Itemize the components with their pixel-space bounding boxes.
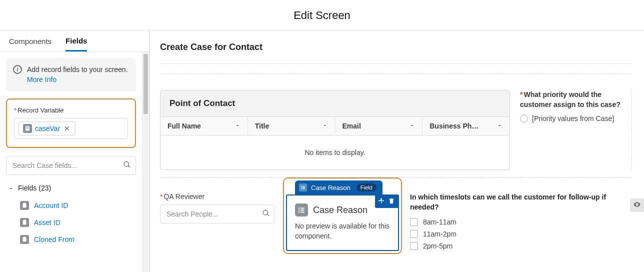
priority-option[interactable]: [Priority values from Case] (520, 114, 632, 122)
list-icon (299, 184, 307, 192)
list-icon (295, 204, 308, 216)
svg-rect-10 (302, 186, 305, 186)
scroll-thumb[interactable] (144, 54, 148, 114)
svg-rect-19 (298, 212, 300, 212)
component-tab: Case Reason Field (295, 180, 382, 194)
svg-rect-16 (300, 208, 304, 208)
timeslot-label: 11am-2pm (423, 230, 456, 238)
column-label: Full Name (168, 122, 201, 130)
fields-group-label: Fields (23) (18, 184, 51, 192)
svg-rect-9 (301, 186, 302, 186)
svg-rect-12 (302, 188, 305, 188)
sidebar-scrollbar[interactable] (142, 52, 149, 272)
required-star: * (520, 90, 522, 98)
component-message: No preview is available for this compone… (295, 222, 390, 241)
timeslot-option-2[interactable]: 11am-2pm (410, 230, 632, 238)
fields-group-toggle[interactable]: Fields (23) (8, 184, 134, 192)
page-header: Edit Screen (0, 0, 644, 31)
clipboard-icon (20, 218, 29, 227)
tab-fields[interactable]: Fields (66, 32, 87, 52)
svg-rect-11 (301, 188, 302, 188)
poc-column-headers: Full Name Title Email Business Ph… (160, 117, 510, 136)
chevron-down-icon (496, 122, 502, 130)
component-title: Case Reason (313, 205, 368, 216)
field-item-cloned-from[interactable]: Cloned From (18, 231, 136, 248)
column-label: Email (342, 122, 361, 130)
field-list: Account ID Asset ID Cloned From (6, 197, 136, 248)
chevron-down-icon (8, 185, 14, 191)
checkbox-icon (410, 242, 418, 250)
move-icon[interactable] (378, 198, 385, 206)
timeslot-label: 2pm-5pm (423, 242, 452, 250)
record-icon (23, 124, 32, 133)
search-icon (123, 161, 131, 170)
record-variable-pill: caseVar ✕ (18, 122, 76, 136)
svg-rect-4 (24, 203, 26, 204)
info-icon: i (13, 65, 22, 74)
info-message: Add record fields to your screen. (27, 66, 128, 74)
left-sidebar: Components Fields i Add record fields to… (0, 31, 150, 272)
record-variable-label-text: Record Variable (18, 106, 64, 114)
radio-icon (520, 114, 528, 122)
required-star: * (160, 192, 162, 200)
search-fields-input[interactable] (6, 156, 136, 175)
info-text: Add record fields to your screen. More I… (27, 65, 129, 84)
field-label: Cloned From (34, 236, 74, 244)
column-label: Business Ph… (430, 122, 478, 130)
required-star: * (14, 106, 16, 114)
svg-rect-6 (24, 220, 26, 221)
field-item-asset-id[interactable]: Asset ID (18, 214, 136, 231)
qa-reviewer-input[interactable] (160, 204, 275, 224)
svg-rect-2 (26, 128, 29, 129)
timeslot-option-1[interactable]: 8am-11am (410, 218, 632, 226)
remove-pill-icon[interactable]: ✕ (63, 124, 71, 132)
sidebar-tabs: Components Fields (0, 31, 149, 52)
clipboard-icon (20, 235, 29, 244)
priority-question-text: What priority would the customer assign … (520, 90, 620, 108)
column-label: Title (255, 122, 270, 130)
timeslot-label: 8am-11am (423, 218, 456, 226)
column-full-name[interactable]: Full Name (160, 117, 248, 135)
svg-rect-7 (23, 238, 26, 242)
timeslot-option-3[interactable]: 2pm-5pm (410, 242, 632, 250)
column-title[interactable]: Title (248, 117, 336, 135)
visibility-icon[interactable] (630, 198, 644, 212)
point-of-contact-table: Point of Contact Full Name Title Email B… (160, 90, 510, 170)
record-variable-value: caseVar (35, 124, 60, 132)
field-label: Account ID (34, 202, 68, 210)
field-item-account-id[interactable]: Account ID (18, 197, 136, 214)
trash-icon[interactable] (388, 198, 395, 206)
component-tab-badge: Field (356, 184, 376, 192)
field-label: Asset ID (34, 218, 60, 226)
svg-rect-18 (300, 210, 304, 210)
record-variable-box: *Record Variable caseVar ✕ (6, 98, 136, 148)
tab-components[interactable]: Components (9, 32, 52, 50)
record-variable-input[interactable]: caseVar ✕ (14, 118, 128, 139)
search-icon (262, 210, 270, 219)
svg-rect-15 (298, 208, 300, 208)
chevron-down-icon (322, 122, 328, 130)
poc-title: Point of Contact (160, 90, 510, 117)
clipboard-icon (20, 201, 29, 210)
info-box: i Add record fields to your screen. More… (6, 58, 136, 92)
case-reason-component[interactable]: Case Reason Field Case Reason (283, 192, 402, 254)
component-toolbar (375, 196, 398, 208)
page-title: Edit Screen (294, 9, 350, 22)
priority-option-label: [Priority values from Case] (532, 114, 614, 122)
checkbox-icon (410, 230, 418, 238)
chevron-down-icon (409, 122, 415, 130)
column-business-phone[interactable]: Business Ph… (422, 117, 510, 135)
poc-empty-message: No items to display. (160, 136, 510, 170)
component-tab-label: Case Reason (311, 184, 350, 192)
svg-rect-1 (26, 128, 29, 128)
svg-rect-3 (23, 204, 26, 208)
column-email[interactable]: Email (336, 117, 423, 135)
qa-reviewer-label-text: QA Reviewer (164, 192, 204, 200)
checkbox-icon (410, 218, 418, 226)
info-more-link[interactable]: More Info (27, 76, 56, 84)
svg-rect-14 (302, 188, 305, 189)
svg-rect-17 (298, 210, 300, 210)
screen-title: Create Case for Contact (160, 42, 632, 52)
svg-rect-8 (24, 237, 26, 238)
record-variable-label: *Record Variable (14, 106, 128, 114)
